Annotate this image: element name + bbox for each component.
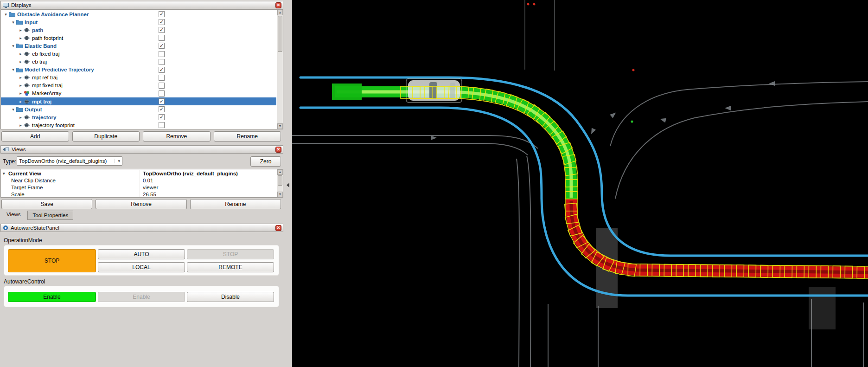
- view-property-row[interactable]: Target Frameviewer: [1, 184, 276, 191]
- display-enabled-checkbox[interactable]: [159, 51, 165, 57]
- rename-button[interactable]: Rename: [214, 131, 281, 142]
- view-props-scrollbar[interactable]: ▲ ▼: [277, 169, 283, 197]
- display-tree-item-markerarray[interactable]: ▸MarkerArray: [1, 90, 276, 97]
- display-tree-item-path[interactable]: ▸path✓: [1, 26, 276, 34]
- display-tree-item-mpt-fixed-traj[interactable]: ▸mpt fixed traj: [1, 82, 276, 90]
- expand-arrow-icon[interactable]: ▸: [18, 59, 24, 64]
- operation-mode-label: OperationMode: [4, 237, 42, 244]
- collapse-arrow-icon[interactable]: ▾: [10, 67, 16, 72]
- display-enabled-checkbox[interactable]: [159, 90, 165, 97]
- rename-view-button[interactable]: Rename: [190, 199, 281, 209]
- remote-button[interactable]: REMOTE: [187, 262, 274, 272]
- remove-view-button[interactable]: Remove: [96, 199, 186, 209]
- tab-views[interactable]: Views: [2, 210, 25, 219]
- scroll-thumb[interactable]: [278, 175, 282, 186]
- display-tree-item-mpt-ref-traj[interactable]: ▸mpt ref traj: [1, 74, 276, 82]
- collapse-arrow-icon[interactable]: ▾: [3, 12, 9, 17]
- display-enabled-checkbox[interactable]: [159, 59, 165, 65]
- views-panel-titlebar[interactable]: Views ✕: [0, 145, 283, 154]
- expand-arrow-icon[interactable]: ▸: [18, 91, 24, 96]
- collapse-arrow-icon[interactable]: ▾: [10, 44, 16, 48]
- save-button[interactable]: Save: [1, 199, 92, 209]
- render-viewport[interactable]: [292, 0, 868, 367]
- collapse-arrow-icon[interactable]: ▾: [10, 107, 16, 112]
- display-enabled-checkbox[interactable]: [159, 83, 165, 89]
- close-icon[interactable]: ✕: [275, 225, 281, 231]
- display-enabled-checkbox[interactable]: [159, 35, 165, 41]
- ego-start-footprint: [332, 84, 362, 100]
- close-icon[interactable]: ✕: [275, 147, 281, 153]
- display-enabled-checkbox[interactable]: [159, 75, 165, 81]
- display-name: mpt ref traj: [32, 75, 57, 80]
- collapse-arrow-icon[interactable]: ▾: [10, 20, 16, 25]
- view-type-select[interactable]: TopDownOrtho (rviz_default_plugins) ▾: [17, 156, 122, 166]
- auto-button[interactable]: AUTO: [98, 249, 185, 259]
- expand-arrow-icon[interactable]: ▸: [18, 36, 24, 40]
- displays-panel-titlebar[interactable]: Displays ✕: [0, 1, 283, 9]
- duplicate-button[interactable]: Duplicate: [72, 131, 140, 142]
- display-tree-item-path-footprint[interactable]: ▸path footprint: [1, 34, 276, 42]
- display-enabled-checkbox[interactable]: ✓: [159, 19, 165, 25]
- display-tree-item-mpt-traj[interactable]: ▸mpt traj✓: [1, 97, 276, 105]
- panel-tab-bar: Views Tool Properties: [2, 210, 73, 220]
- scroll-thumb[interactable]: [278, 16, 282, 52]
- property-value[interactable]: viewer: [140, 184, 276, 191]
- close-icon[interactable]: ✕: [275, 2, 281, 8]
- displays-panel-title: Displays: [11, 2, 31, 8]
- remove-button[interactable]: Remove: [143, 131, 211, 142]
- expand-arrow-icon[interactable]: ▸: [18, 115, 24, 120]
- enable-active-button[interactable]: Enable: [8, 292, 96, 302]
- display-tree-item-trajectory[interactable]: ▸trajectory✓: [1, 113, 276, 121]
- display-tree-item-eb-fixed-traj[interactable]: ▸eb fixed traj: [1, 50, 276, 58]
- display-icon: [24, 99, 31, 104]
- display-tree-item-input[interactable]: ▾Input✓: [1, 18, 276, 26]
- expand-arrow-icon[interactable]: ▸: [18, 83, 24, 88]
- display-tree-item-eb-traj[interactable]: ▸eb traj: [1, 58, 276, 66]
- scroll-up-icon[interactable]: ▲: [277, 169, 283, 175]
- display-icon: [24, 51, 31, 57]
- display-tree-item-elastic-band[interactable]: ▾Elastic Band✓: [1, 42, 276, 50]
- autoware-panel-titlebar[interactable]: AutowareStatePanel ✕: [0, 224, 283, 232]
- property-value[interactable]: 0.01: [140, 177, 276, 184]
- disable-button[interactable]: Disable: [187, 292, 274, 302]
- display-tree-item-trajectory-footprint[interactable]: ▸trajectory footprint: [1, 121, 276, 129]
- display-enabled-checkbox[interactable]: ✓: [159, 11, 165, 17]
- expand-arrow-icon[interactable]: ▸: [18, 99, 24, 104]
- expand-arrow-icon[interactable]: ▸: [18, 75, 24, 80]
- displays-button-row: Add Duplicate Remove Rename: [1, 131, 281, 142]
- view-property-row[interactable]: Near Clip Distance0.01: [1, 177, 276, 184]
- views-panel-title: Views: [12, 147, 26, 152]
- property-value[interactable]: TopDownOrtho (rviz_default_plugins): [140, 170, 276, 177]
- property-value[interactable]: 26.55: [140, 191, 276, 198]
- marker-array-icon: [24, 90, 31, 96]
- expand-arrow-icon[interactable]: ▸: [18, 123, 24, 128]
- tree-scrollbar[interactable]: ▲ ▼: [277, 10, 283, 129]
- stop-active-button[interactable]: STOP: [8, 249, 96, 272]
- expand-arrow-icon[interactable]: ▸: [18, 28, 24, 32]
- collapse-arrow-icon[interactable]: ▾: [3, 171, 8, 176]
- display-name: trajectory footprint: [32, 122, 75, 128]
- view-property-row[interactable]: Scale26.55: [1, 191, 276, 198]
- display-enabled-checkbox[interactable]: ✓: [159, 27, 165, 33]
- display-enabled-checkbox[interactable]: ✓: [159, 43, 165, 49]
- tab-tool-properties[interactable]: Tool Properties: [27, 211, 73, 220]
- display-name: Output: [25, 107, 42, 112]
- scroll-up-icon[interactable]: ▲: [277, 10, 283, 15]
- expand-arrow-icon[interactable]: ▸: [18, 52, 24, 56]
- enable-disabled-button: Enable: [98, 292, 185, 302]
- display-tree-item-model-predictive-trajectory[interactable]: ▾Model Predictive Trajectory✓: [1, 66, 276, 74]
- display-tree-item-obstacle-avoidance-planner[interactable]: ▾Obstacle Avoidance Planner✓: [1, 10, 276, 18]
- display-tree-item-output[interactable]: ▾Output✓: [1, 105, 276, 113]
- add-button[interactable]: Add: [1, 131, 69, 142]
- display-enabled-checkbox[interactable]: ✓: [159, 106, 165, 112]
- local-button[interactable]: LOCAL: [98, 262, 185, 272]
- display-enabled-checkbox[interactable]: ✓: [159, 114, 165, 120]
- view-property-row[interactable]: ▾Current ViewTopDownOrtho (rviz_default_…: [1, 170, 276, 177]
- scroll-down-icon[interactable]: ▼: [277, 123, 283, 129]
- scroll-down-icon[interactable]: ▼: [277, 192, 283, 197]
- display-enabled-checkbox[interactable]: ✓: [159, 98, 165, 104]
- display-enabled-checkbox[interactable]: ✓: [159, 67, 165, 73]
- display-enabled-checkbox[interactable]: [159, 122, 165, 128]
- zero-button[interactable]: Zero: [250, 156, 281, 167]
- panel-collapse-arrow-icon[interactable]: [287, 183, 289, 187]
